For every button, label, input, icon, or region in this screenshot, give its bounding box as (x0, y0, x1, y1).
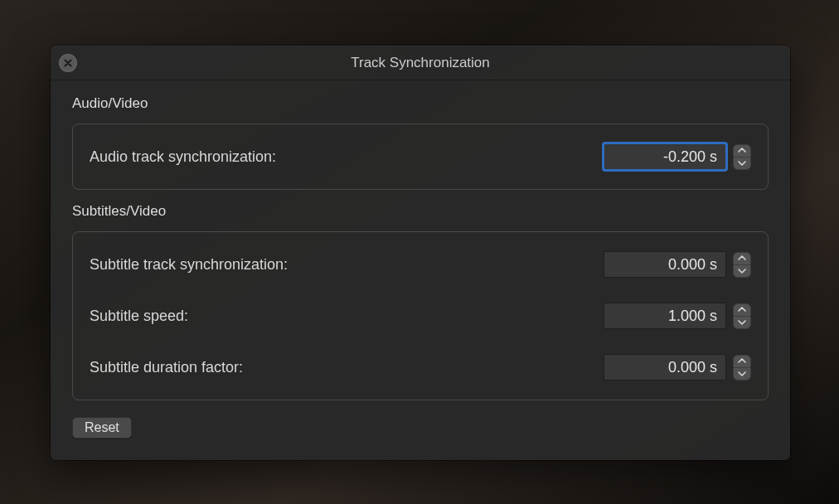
label-subtitle-duration: Subtitle duration factor: (90, 359, 243, 376)
stepper-subtitle-duration[interactable] (733, 355, 751, 380)
close-button[interactable] (59, 54, 77, 72)
label-subtitle-speed: Subtitle speed: (90, 308, 188, 325)
track-sync-dialog: Track Synchronization Audio/Video Audio … (51, 46, 790, 460)
stepper-subtitle-speed[interactable] (733, 303, 751, 329)
chevron-down-icon (738, 320, 746, 325)
chevron-down-icon (738, 269, 746, 274)
close-icon (64, 59, 72, 67)
group-audio-video: Audio track synchronization: (72, 124, 769, 190)
stepper-down-subtitle-sync[interactable] (733, 265, 751, 278)
group-subtitles-video: Subtitle track synchronization: Subtitle… (72, 231, 769, 400)
row-subtitle-sync: Subtitle track synchronization: (90, 239, 751, 290)
label-audio-sync: Audio track synchronization: (90, 148, 276, 166)
stepper-audio-sync[interactable] (733, 144, 751, 170)
row-subtitle-duration: Subtitle duration factor: (90, 342, 751, 393)
stepper-down-subtitle-speed[interactable] (733, 317, 751, 329)
row-subtitle-speed: Subtitle speed: (90, 290, 751, 342)
section-label-audio-video: Audio/Video (72, 95, 769, 112)
chevron-down-icon (738, 371, 746, 376)
input-wrap-subtitle-sync (604, 251, 751, 278)
input-subtitle-duration[interactable] (604, 354, 726, 380)
stepper-up-audio-sync[interactable] (733, 144, 751, 158)
stepper-up-subtitle-duration[interactable] (733, 355, 751, 368)
chevron-down-icon (738, 161, 746, 166)
dialog-content: Audio/Video Audio track synchronization: (51, 80, 790, 460)
input-audio-sync[interactable] (604, 143, 726, 170)
input-wrap-subtitle-speed (604, 303, 751, 329)
stepper-down-audio-sync[interactable] (733, 158, 751, 170)
titlebar: Track Synchronization (51, 46, 790, 80)
chevron-up-icon (738, 148, 746, 153)
input-wrap-audio-sync (604, 143, 751, 170)
chevron-up-icon (738, 307, 746, 312)
section-label-subtitles-video: Subtitles/Video (72, 203, 769, 220)
stepper-up-subtitle-speed[interactable] (733, 303, 751, 317)
input-subtitle-speed[interactable] (604, 303, 726, 329)
row-audio-sync: Audio track synchronization: (90, 131, 751, 182)
label-subtitle-sync: Subtitle track synchronization: (90, 256, 288, 274)
chevron-up-icon (738, 255, 746, 260)
stepper-up-subtitle-sync[interactable] (733, 252, 751, 265)
stepper-down-subtitle-duration[interactable] (733, 368, 751, 380)
dialog-title: Track Synchronization (351, 55, 490, 71)
input-subtitle-sync[interactable] (604, 251, 726, 278)
chevron-up-icon (738, 358, 746, 363)
reset-button[interactable]: Reset (72, 417, 132, 439)
stepper-subtitle-sync[interactable] (733, 252, 751, 278)
reset-row: Reset (72, 417, 769, 439)
input-wrap-subtitle-duration (604, 354, 751, 380)
